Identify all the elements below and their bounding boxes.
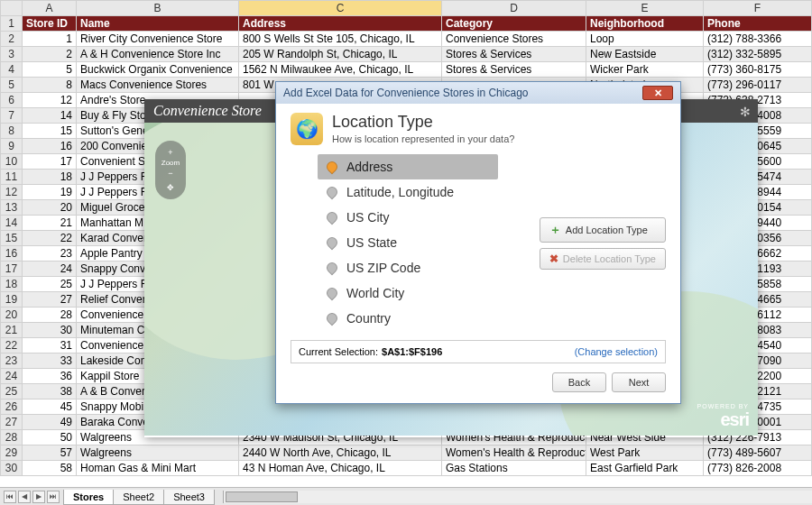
tab-next-icon[interactable]: ▶ (32, 491, 45, 503)
row-header[interactable]: 25 (1, 384, 23, 399)
sheet-tab[interactable]: Sheet3 (163, 490, 215, 505)
cell[interactable]: New Eastside (586, 47, 704, 62)
row-header[interactable]: 18 (1, 277, 23, 292)
row-header[interactable]: 9 (1, 139, 23, 154)
scrollbar-thumb[interactable] (226, 491, 298, 502)
cell[interactable]: 28 (23, 308, 77, 323)
row-header[interactable]: 22 (1, 338, 23, 354)
table-row[interactable]: 21River City Convenience Store800 S Well… (1, 32, 812, 47)
table-row[interactable]: 32A & H Convenience Store Inc205 W Rando… (1, 47, 812, 62)
select-all-cell[interactable] (1, 1, 23, 16)
row-header[interactable]: 2 (1, 32, 23, 47)
cell[interactable]: Wicker Park (586, 62, 704, 78)
location-type-option[interactable]: US ZIP Code (318, 255, 498, 280)
cell[interactable]: 18 (23, 170, 77, 185)
cell[interactable]: 1 (23, 32, 77, 47)
cell[interactable]: 22 (23, 231, 77, 246)
cell[interactable]: Convenience Stores (442, 32, 586, 47)
location-type-option[interactable]: Address (318, 154, 498, 179)
cell[interactable]: 33 (23, 354, 77, 369)
row-header[interactable]: 7 (1, 108, 23, 124)
row-header[interactable]: 30 (1, 461, 23, 476)
row-header[interactable]: 13 (1, 200, 23, 216)
location-type-option[interactable]: US State (318, 230, 498, 255)
cell[interactable]: 36 (23, 369, 77, 384)
column-header[interactable]: F (704, 1, 812, 16)
cell[interactable]: Homan Gas & Mini Mart (77, 461, 239, 476)
close-icon[interactable]: ✕ (642, 86, 673, 100)
cell[interactable]: 25 (23, 277, 77, 292)
header-cell[interactable]: Neighborhood (586, 16, 704, 32)
cell[interactable]: Stores & Services (442, 62, 586, 78)
cell[interactable]: 12 (23, 93, 77, 108)
header-cell[interactable]: Address (239, 16, 442, 32)
cell[interactable]: Gas Stations (442, 461, 586, 476)
cell[interactable]: 20 (23, 200, 77, 216)
zoom-out-icon[interactable]: − (155, 169, 186, 178)
row-header[interactable]: 19 (1, 292, 23, 308)
cell[interactable]: 57 (23, 445, 77, 461)
cell[interactable]: River City Convenience Store (77, 32, 239, 47)
row-header[interactable]: 4 (1, 62, 23, 78)
horizontal-scrollbar[interactable] (223, 491, 812, 503)
cell[interactable]: 14 (23, 108, 77, 124)
tab-first-icon[interactable]: ⏮ (4, 491, 16, 503)
location-type-option[interactable]: World City (318, 280, 498, 306)
sheet-tab[interactable]: Stores (63, 490, 114, 505)
tab-last-icon[interactable]: ⏭ (47, 491, 60, 503)
cell[interactable]: Women's Health & Reproduction (442, 445, 586, 461)
row-header[interactable]: 20 (1, 308, 23, 323)
location-type-option[interactable]: US City (318, 205, 498, 230)
row-header[interactable]: 21 (1, 323, 23, 338)
add-location-type-button[interactable]: ＋ Add Location Type (540, 217, 666, 243)
cell[interactable]: 1562 N Milwaukee Ave, Chicago, IL (239, 62, 442, 78)
header-cell[interactable]: Category (442, 16, 586, 32)
cell[interactable]: (773) 296-0117 (704, 78, 812, 93)
row-header[interactable]: 27 (1, 415, 23, 430)
cell[interactable]: Buckwick Organix Convenience (77, 62, 239, 78)
row-header[interactable]: 5 (1, 78, 23, 93)
location-type-option[interactable]: Country (318, 306, 498, 331)
cell[interactable]: (773) 826-2008 (704, 461, 812, 476)
cell[interactable]: 2440 W North Ave, Chicago, IL (239, 445, 442, 461)
row-header[interactable]: 24 (1, 369, 23, 384)
row-header[interactable]: 1 (1, 16, 23, 32)
table-row[interactable]: 45Buckwick Organix Convenience1562 N Mil… (1, 62, 812, 78)
cell[interactable]: Macs Convenience Stores (77, 78, 239, 93)
change-selection-link[interactable]: (Change selection) (575, 346, 658, 357)
row-header[interactable]: 23 (1, 354, 23, 369)
cell[interactable]: 50 (23, 430, 77, 445)
gear-icon[interactable]: ✻ (740, 105, 751, 120)
row-header[interactable]: 14 (1, 216, 23, 231)
row-header[interactable]: 15 (1, 231, 23, 246)
cell[interactable]: Loop (586, 32, 704, 47)
cell[interactable]: 38 (23, 384, 77, 399)
cell[interactable]: East Garfield Park (586, 461, 704, 476)
cell[interactable]: 21 (23, 216, 77, 231)
cell[interactable]: 8 (23, 78, 77, 93)
column-header[interactable]: A (23, 1, 77, 16)
location-type-option[interactable]: Latitude, Longitude (318, 179, 498, 205)
cell[interactable]: (773) 360-8175 (704, 62, 812, 78)
row-header[interactable]: 12 (1, 185, 23, 200)
cell[interactable]: 43 N Homan Ave, Chicago, IL (239, 461, 442, 476)
cell[interactable]: 16 (23, 139, 77, 154)
cell[interactable]: (312) 788-3366 (704, 32, 812, 47)
cell[interactable]: Stores & Services (442, 47, 586, 62)
delete-location-type-button[interactable]: ✖ Delete Location Type (540, 248, 666, 270)
row-header[interactable]: 6 (1, 93, 23, 108)
cell[interactable]: 205 W Randolph St, Chicago, IL (239, 47, 442, 62)
cell[interactable]: 15 (23, 124, 77, 139)
cell[interactable]: Walgreens (77, 445, 239, 461)
map-zoom-control[interactable]: + Zoom − ✥ (155, 141, 186, 199)
header-cell[interactable]: Store ID (23, 16, 77, 32)
row-header[interactable]: 16 (1, 246, 23, 262)
table-row[interactable]: 2957Walgreens2440 W North Ave, Chicago, … (1, 445, 812, 461)
cell[interactable]: A & H Convenience Store Inc (77, 47, 239, 62)
cell[interactable]: (312) 332-5895 (704, 47, 812, 62)
next-button[interactable]: Next (612, 372, 666, 392)
dialog-title-bar[interactable]: Add Excel Data for Convenience Stores in… (276, 82, 680, 104)
cell[interactable]: 17 (23, 154, 77, 170)
cell[interactable]: 23 (23, 246, 77, 262)
cell[interactable]: (773) 489-5607 (704, 445, 812, 461)
